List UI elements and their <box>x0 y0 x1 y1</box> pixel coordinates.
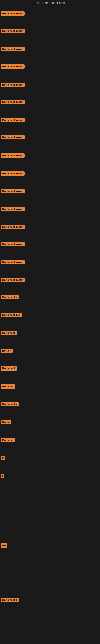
bottleneck-badge[interactable]: Bottleneck result <box>1 207 25 211</box>
bottleneck-item: Bottleneck result <box>1 189 25 194</box>
bottleneck-badge[interactable]: Bottleneck res <box>1 313 22 317</box>
bottleneck-item: Bottleneck result <box>1 100 25 105</box>
bottleneck-badge[interactable]: Bottleneck result <box>1 100 25 104</box>
bottleneck-item: Bottleneck <box>1 366 17 371</box>
bottleneck-item: Bottleneck result <box>1 225 25 230</box>
bottleneck-badge[interactable]: B <box>1 456 5 460</box>
bottleneck-badge[interactable]: Bottleneck result <box>1 118 25 122</box>
bottleneck-item: Bottleneck result <box>1 260 25 265</box>
bottleneck-item: Bottleneck <box>1 331 17 336</box>
bottleneck-item: Bottleneck r <box>1 402 19 407</box>
bottleneck-badge[interactable]: Bottleneck result <box>1 12 25 16</box>
page-container: TheBottlenecker.com Bottleneck resultBot… <box>0 0 100 644</box>
bottleneck-item: Bottleneck result <box>1 12 25 16</box>
bottleneck-item: Bottleneck result <box>1 153 25 158</box>
bottleneck-item: Bottle <box>1 420 11 425</box>
bottleneck-badge[interactable]: Bottleneck result <box>1 64 25 69</box>
bottleneck-badge[interactable]: Bottleneck result <box>1 242 25 246</box>
bottleneck-item: Bottleneck res <box>1 313 22 318</box>
bottleneck-badge[interactable]: Bottleneck result <box>1 278 25 282</box>
bottleneck-badge[interactable]: Bo <box>1 544 7 548</box>
bottleneck-item: Bottleneck result <box>1 135 25 140</box>
bottleneck-item: Bottleneck result <box>1 64 25 70</box>
bottleneck-badge[interactable]: Bottleneck result <box>1 260 25 264</box>
bottleneck-item: Bottleneck result <box>1 172 25 176</box>
bottleneck-item: Bottleneck result <box>1 29 25 34</box>
bottleneck-item: Bottleneck result <box>1 82 25 88</box>
bottleneck-item: Bottleneck result <box>1 242 25 247</box>
bottleneck-badge[interactable]: Bottleneck result <box>1 225 25 229</box>
bottleneck-badge[interactable]: Bottleneck r <box>1 295 19 299</box>
bottleneck-item: Bo <box>1 544 7 548</box>
bottleneck-item: Bottleneck result <box>1 47 25 52</box>
bottleneck-badge[interactable]: Bottlen <box>1 348 13 353</box>
bottleneck-item: Bottlenec <box>1 384 15 390</box>
bottleneck-badge[interactable]: Bottlenec <box>1 438 15 442</box>
bottleneck-item: B <box>1 456 5 461</box>
bottleneck-badge[interactable]: Bottleneck r <box>1 402 19 406</box>
site-title: TheBottlenecker.com <box>0 0 100 6</box>
bottleneck-item: Bottleneck result <box>1 118 25 123</box>
bottleneck-badge[interactable]: Bottleneck result <box>1 189 25 194</box>
bottleneck-badge[interactable]: Bottle <box>1 420 11 424</box>
bottleneck-badge[interactable]: Bottlenec <box>1 384 15 388</box>
bottleneck-badge[interactable]: Bottleneck <box>1 366 17 370</box>
bottleneck-item: Bottleneck result <box>1 207 25 212</box>
bottleneck-badge[interactable]: Bottleneck r <box>1 598 19 602</box>
bottleneck-badge[interactable]: Bottleneck result <box>1 82 25 87</box>
bottleneck-item: Bottlenec <box>1 438 15 443</box>
bottleneck-badge[interactable]: Bottleneck <box>1 331 17 335</box>
bottleneck-badge[interactable]: | <box>1 474 4 478</box>
bottleneck-badge[interactable]: Bottleneck result <box>1 153 25 158</box>
bottleneck-badge[interactable]: Bottleneck result <box>1 29 25 33</box>
bottleneck-item: | <box>1 474 4 479</box>
bottleneck-item: Bottleneck result <box>1 278 25 283</box>
bottleneck-badge[interactable]: Bottleneck result <box>1 47 25 51</box>
bottleneck-item: Bottleneck r <box>1 598 19 603</box>
bottleneck-badge[interactable]: Bottleneck result <box>1 135 25 140</box>
bottleneck-item: Bottlen <box>1 348 13 354</box>
bottleneck-badge[interactable]: Bottleneck result <box>1 172 25 176</box>
bottleneck-item: Bottleneck r <box>1 295 19 300</box>
